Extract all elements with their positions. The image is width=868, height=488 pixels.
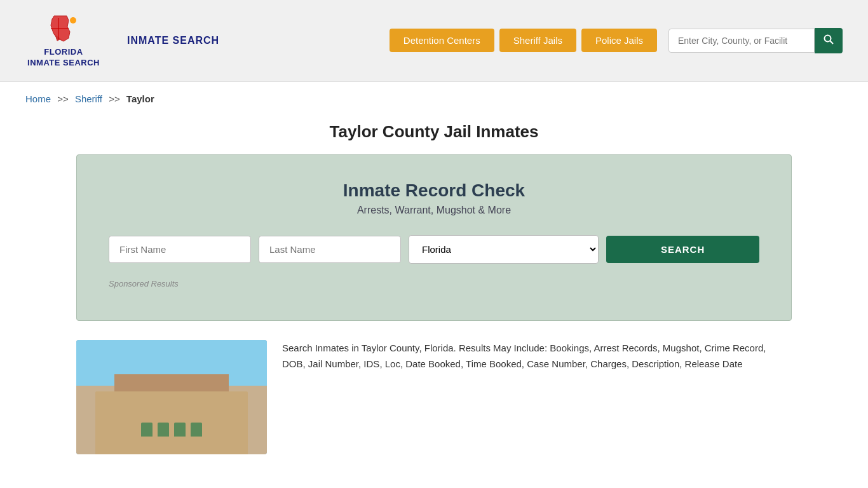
page-title: Taylor County Jail Inmates xyxy=(0,122,868,142)
detention-centers-button[interactable]: Detention Centers xyxy=(390,29,494,52)
breadcrumb: Home >> Sheriff >> Taylor xyxy=(0,82,868,116)
nav-buttons: Detention Centers Sheriff Jails Police J… xyxy=(390,28,843,53)
svg-point-5 xyxy=(825,35,831,41)
first-name-input[interactable] xyxy=(109,236,251,263)
window-2 xyxy=(158,423,169,437)
svg-point-2 xyxy=(70,17,76,24)
site-header: FLORIDA INMATE SEARCH INMATE SEARCH Dete… xyxy=(0,0,868,82)
last-name-input[interactable] xyxy=(259,236,401,263)
window-3 xyxy=(174,423,186,437)
florida-map-icon xyxy=(44,13,83,44)
breadcrumb-current: Taylor xyxy=(126,93,154,104)
logo-area: FLORIDA INMATE SEARCH xyxy=(25,13,102,69)
description-text: Search Inmates in Taylor County, Florida… xyxy=(282,340,792,372)
record-check-subtitle: Arrests, Warrant, Mugshot & More xyxy=(109,205,759,216)
record-search-button[interactable]: SEARCH xyxy=(606,236,759,263)
state-select[interactable]: AlabamaAlaskaArizonaArkansasCaliforniaCo… xyxy=(409,235,599,264)
record-check-box: Inmate Record Check Arrests, Warrant, Mu… xyxy=(76,154,792,321)
window-4 xyxy=(191,423,202,437)
inmate-search-label: INMATE SEARCH xyxy=(127,35,219,46)
logo-title: FLORIDA INMATE SEARCH xyxy=(27,47,100,69)
breadcrumb-sep2: >> xyxy=(109,93,120,104)
window-1 xyxy=(141,423,153,437)
record-form: AlabamaAlaskaArizonaArkansasCaliforniaCo… xyxy=(109,235,759,264)
search-icon xyxy=(824,34,834,44)
facility-image xyxy=(76,340,267,454)
bottom-section: Search Inmates in Taylor County, Florida… xyxy=(76,340,792,454)
svg-line-6 xyxy=(831,41,834,44)
sponsored-results-label: Sponsored Results xyxy=(109,279,759,288)
breadcrumb-sheriff[interactable]: Sheriff xyxy=(75,93,102,104)
breadcrumb-home[interactable]: Home xyxy=(25,93,51,104)
breadcrumb-sep1: >> xyxy=(57,93,69,104)
header-search-bar xyxy=(668,28,843,53)
header-search-button[interactable] xyxy=(815,28,843,53)
record-check-title: Inmate Record Check xyxy=(109,180,759,201)
police-jails-button[interactable]: Police Jails xyxy=(581,29,657,52)
header-search-input[interactable] xyxy=(668,29,815,53)
sheriff-jails-button[interactable]: Sheriff Jails xyxy=(499,29,576,52)
